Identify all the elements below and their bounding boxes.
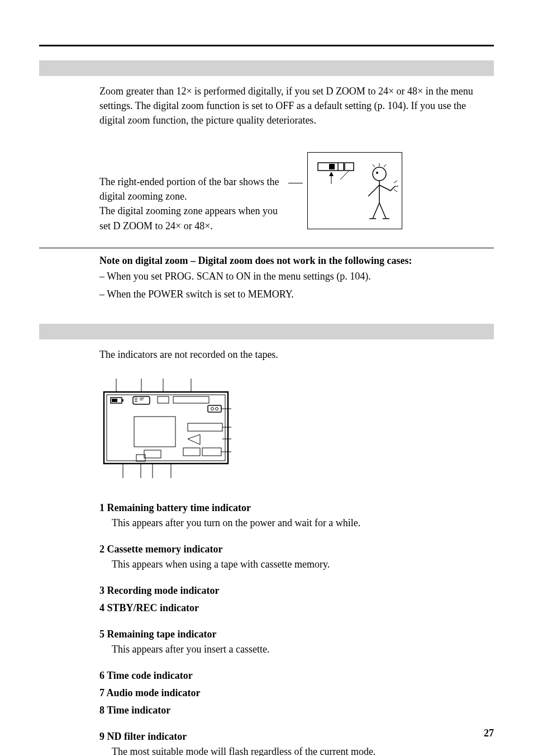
svg-line-16: [394, 190, 397, 192]
svg-rect-20: [112, 399, 117, 402]
svg-line-14: [394, 181, 397, 183]
top-rule: [39, 45, 494, 46]
svg-line-9: [373, 164, 375, 167]
svg-point-8: [376, 172, 378, 174]
section-bar-indicators: [39, 324, 494, 339]
item-3-dt: 3 Recording mode indicator: [99, 583, 494, 598]
svg-rect-38: [188, 423, 222, 431]
svg-rect-21: [122, 399, 123, 401]
item-6-dt: 6 Time code indicator: [99, 668, 494, 683]
item-5-dd: This appears after you insert a cassette…: [112, 642, 494, 657]
svg-marker-6: [329, 172, 334, 176]
zoom-illustration: The right-ended portion of the bar shows…: [99, 152, 494, 233]
zoom-note-2: – When the POWER switch is set to MEMORY…: [99, 287, 494, 301]
svg-rect-43: [183, 448, 200, 456]
item-9-dt: 9 ND filter indicator: [99, 729, 494, 744]
zoom-note-1: – When you set PROG. SCAN to ON in the m…: [99, 269, 494, 284]
svg-rect-30: [158, 396, 169, 403]
svg-rect-3: [345, 163, 354, 171]
page-number: 27: [484, 727, 494, 739]
svg-rect-2: [329, 164, 335, 169]
svg-point-7: [373, 167, 386, 181]
zoom-pointer-line: [288, 183, 303, 183]
zoom-subrule: [39, 248, 494, 248]
svg-point-36: [216, 407, 218, 410]
svg-rect-47: [144, 450, 161, 458]
indicator-list: 1 Remaining battery time indicator This …: [99, 500, 494, 756]
zoom-paragraph: Zoom greater than 12× is performed digit…: [99, 84, 494, 127]
zoom-caption-line1: The right-ended portion of the bar shows…: [99, 176, 279, 202]
section-bar-zoom: [39, 60, 494, 76]
svg-rect-23: [133, 396, 150, 404]
item-1-dd: This appears after you turn on the power…: [112, 516, 494, 531]
svg-point-35: [211, 407, 214, 410]
item-8-dt: 8 Time indicator: [99, 703, 494, 718]
item-7-dt: 7 Audio mode indicator: [99, 686, 494, 701]
item-4-dt: 4 STBY/REC indicator: [99, 601, 494, 616]
indicators-diagram-icon: [99, 372, 234, 484]
svg-rect-17: [104, 392, 228, 464]
svg-rect-34: [208, 405, 221, 412]
indicators-subtitle: The indicators are not recorded on the t…: [99, 347, 494, 362]
zoom-caption: The right-ended portion of the bar shows…: [99, 174, 284, 233]
item-2-dd: This appears when using a tape with cass…: [112, 557, 494, 572]
svg-rect-44: [202, 448, 221, 456]
zoom-note-head: Note on digital zoom – Digital zoom does…: [99, 255, 494, 267]
svg-rect-46: [134, 417, 175, 447]
item-5-dt: 5 Remaining tape indicator: [99, 627, 494, 642]
item-1-dt: 1 Remaining battery time indicator: [99, 500, 494, 516]
zoom-caption-line2: The digital zooming zone appears when yo…: [99, 205, 278, 231]
item-2-dt: 2 Cassette memory indicator: [99, 542, 494, 557]
svg-rect-32: [173, 396, 209, 403]
svg-rect-18: [107, 395, 225, 461]
zoom-diagram-icon: [307, 152, 402, 229]
svg-line-4: [340, 171, 349, 179]
svg-marker-40: [188, 434, 200, 445]
indicators-diagram: [99, 372, 494, 484]
svg-line-11: [384, 164, 386, 167]
item-9-dd: The most suitable mode will flash regard…: [112, 744, 494, 756]
